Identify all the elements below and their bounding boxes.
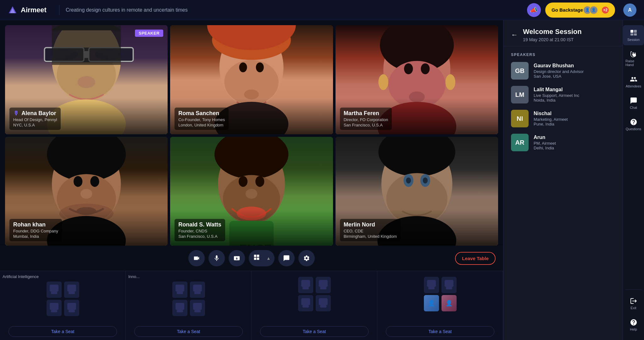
svg-point-33 [74,176,82,187]
raise-hand-icon [630,50,637,58]
svg-rect-79 [319,298,328,305]
session-icon [630,29,637,36]
speaker-title-ronald: Founder, CNDS [178,229,221,233]
video-tile-rohan: Rohan khan Founder, DDG Company Mumbai, … [5,137,168,246]
take-seat-btn-4[interactable]: Take a Seat [386,326,494,337]
svg-point-53 [406,177,411,183]
header-subtitle: Creating design cultures in remote and u… [66,7,188,13]
speaker-card-title-ar: PM, Airmeet [534,141,615,146]
seat-2-3 [172,300,187,316]
take-seat-btn-3[interactable]: Take a Seat [260,326,369,337]
rail-item-help[interactable]: Help [623,315,644,335]
icon-rail: Session Raise Hand Attendees Chat [623,20,644,340]
take-seat-btn-1[interactable]: Take a Seat [8,326,117,337]
speaker-card-location-ni: Pune, India [534,122,615,126]
screenshare-button[interactable] [229,250,245,266]
name-overlay-rohan: Rohan khan Founder, DDG Company Mumbai, … [5,209,168,246]
rail-item-exit[interactable]: Exit [623,293,644,314]
svg-rect-82 [428,287,435,289]
svg-rect-65 [175,285,184,292]
take-seat-btn-2[interactable]: Take a Seat [134,326,243,337]
speaker-title-martha: Director, FO Corporation [344,117,388,122]
rail-item-attendees[interactable]: Attendees [623,72,644,92]
svg-point-27 [378,74,388,90]
svg-point-54 [423,177,428,183]
speaker-name-martha: Martha Feren [344,110,388,117]
camera-button[interactable] [188,250,205,266]
raise-hand-label: Raise Hand [625,59,641,67]
settings-button[interactable] [298,250,315,266]
rail-item-raise-hand[interactable]: Raise Hand [623,47,644,70]
speaker-card-title-ni: Marketing, Airmeet [534,117,615,122]
seat-icon [174,283,186,296]
seat-icon [300,279,311,291]
speaker-location-rohan: Mumbai, India [13,234,58,239]
speaker-location-merlin: Birmingham, United Kingdom [344,234,397,239]
chat-button[interactable] [278,250,295,266]
svg-rect-71 [193,303,202,310]
layout-button[interactable]: ▲ [249,250,275,266]
name-info-rohan: Rohan khan Founder, DDG Company Mumbai, … [9,219,62,241]
speaker-name-alena: 🎙 Alena Baylor [13,110,57,117]
seat-row-bottom-4: 👤 👤 [424,295,457,311]
svg-point-55 [410,190,423,200]
rail-item-session[interactable]: Session [623,25,644,45]
speaker-name-ronald: Ronald S. Watts [178,221,221,228]
announce-button[interactable]: 📣 [527,3,541,17]
svg-point-28 [445,74,455,90]
speaker-card-location-gb: San Jose, USA [534,74,615,79]
svg-rect-58 [51,292,57,294]
speaker-location-alena: NYC, U.S.A [13,123,57,127]
svg-rect-68 [194,292,201,294]
name-overlay-merlin: Merlin Nord CEO, CDE Birmingham, United … [336,209,498,246]
speaker-card-1: LM Lalit Mangal Live Support, Airmeet In… [511,86,615,103]
name-overlay-ronald: Ronald S. Watts Founder, CNDS San Franci… [170,209,333,246]
seat-row-bottom-1 [47,300,79,316]
seat-4-taken-1: 👤 [424,295,439,311]
svg-rect-78 [303,305,309,308]
session-label: Session [627,38,640,42]
gear-icon [303,255,310,262]
svg-rect-80 [320,305,326,308]
seats-section: Artificial Intelligence [0,271,503,340]
airmeet-logo-icon [8,5,18,15]
leave-table-button[interactable]: Leave Table [455,252,496,265]
rail-item-chat[interactable]: Chat [623,93,644,113]
layout-grid-icon [250,254,263,263]
sidebar-header: ← Welcome Session 19 May 2020 at 21:00 I… [503,20,623,46]
svg-rect-75 [319,280,328,287]
video-tile-merlin: Merlin Nord CEO, CDE Birmingham, United … [336,137,498,246]
video-tile-alena: SPEAKER 🎙 Alena Baylor Head Of Design, P… [5,25,168,134]
seat-icon [48,283,60,296]
speaker-name-roma: Roma Sanchen [178,110,225,117]
seat-icon [66,302,77,314]
video-tile-martha: Martha Feren Director, FO Corporation Sa… [336,25,498,134]
user-avatar[interactable]: A [623,3,636,17]
back-button[interactable]: ← [511,31,518,39]
svg-point-34 [90,176,99,187]
seat-2-4 [190,300,205,316]
svg-rect-11 [52,25,121,65]
layout-arrow-icon: ▲ [264,256,273,261]
speaker-location-roma: London, United Kingdom [178,123,225,127]
attendees-icon [630,75,637,83]
rail-item-questions[interactable]: Questions [623,114,644,135]
mic-button[interactable] [208,250,225,266]
name-info-merlin: Merlin Nord CEO, CDE Birmingham, United … [340,219,401,241]
svg-rect-74 [303,287,309,289]
camera-icon [193,255,200,262]
backstage-button[interactable]: Go Backstage 👤 👤 +2 [545,3,615,18]
seat-icon [300,297,311,309]
speaker-name-merlin: Merlin Nord [344,221,397,228]
backstage-avatars: 👤 👤 [586,6,598,14]
svg-rect-67 [193,285,202,292]
seat-table-4: 👤 👤 Take a Seat [377,271,503,340]
help-icon [630,319,637,326]
seat-1-3 [47,300,62,316]
exit-label: Exit [630,306,636,310]
svg-rect-70 [177,310,183,312]
svg-rect-72 [194,310,201,312]
taken-seat-avatar-2: 👤 [441,295,457,311]
seat-table-3: Take a Seat [252,271,377,340]
seat-row-top-1 [47,281,79,298]
